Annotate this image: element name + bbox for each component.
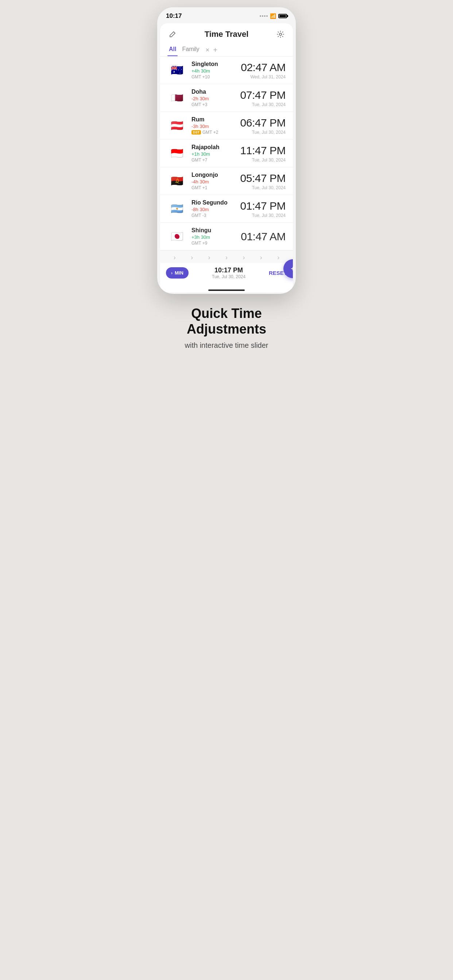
wifi-icon: 📶 [270,13,276,19]
city-row-rajapolah[interactable]: 🇮🇩Rajapolah+1h 30mGMT +711:47 PMTue, Jul… [160,140,293,167]
city-time-date-0: Wed, Jul 31, 2024 [241,75,286,80]
city-gmt-1: GMT +3 [191,102,235,107]
city-time-2: 06:47 PMTue, Jul 30, 2024 [240,117,286,135]
city-gmt-0: GMT +10 [191,75,236,80]
status-icons: 📶 [260,13,287,19]
slider-arrow-7[interactable]: › [277,254,279,261]
slider-arrow-2[interactable]: › [191,254,193,261]
tabs-bar: All Family ✕ + [160,42,293,57]
city-info-4: Longonjo-4h 30mGMT +1 [191,172,235,190]
current-time-main: 10:17 PM [212,267,246,274]
city-offset-2: -3h 30m [191,124,235,129]
city-name-0: Singleton [191,61,236,67]
status-bar: 10:17 📶 [157,7,296,22]
city-time-date-5: Tue, Jul 30, 2024 [240,213,286,218]
city-time-main-1: 07:47 PM [240,89,286,101]
bottom-text-section: Quick Time Adjustments with interactive … [151,294,302,357]
slider-arrow-6[interactable]: › [260,254,262,261]
min-button-label: MIN [175,270,183,275]
city-time-date-3: Tue, Jul 30, 2024 [240,158,286,162]
city-row-rum[interactable]: 🇦🇹Rum-3h 30mDSTGMT +206:47 PMTue, Jul 30… [160,112,293,140]
city-row-doha[interactable]: 🇶🇦Doha-2h 30mGMT +307:47 PMTue, Jul 30, … [160,84,293,112]
city-time-main-6: 01:47 AM [241,231,286,243]
tab-add-icon[interactable]: + [214,46,218,54]
time-slider-section: › › › › › › › › MIN 10:17 PM Tue, Jul 30… [160,250,293,286]
city-info-2: Rum-3h 30mDSTGMT +2 [191,116,235,135]
tab-family[interactable]: Family [180,44,201,56]
tab-all[interactable]: All [167,44,178,56]
city-info-5: Rio Segundo-8h 30mGMT -3 [191,199,235,218]
city-row-rio-segundo[interactable]: 🇦🇷Rio Segundo-8h 30mGMT -301:47 PMTue, J… [160,195,293,223]
city-flag-ar: 🇦🇷 [167,202,187,215]
city-time-1: 07:47 PMTue, Jul 30, 2024 [240,89,286,107]
city-time-6: 01:47 AM [241,231,286,243]
city-info-3: Rajapolah+1h 30mGMT +7 [191,144,235,162]
city-name-4: Longonjo [191,172,235,178]
dst-badge-2: DST [191,130,201,135]
city-offset-6: +3h 30m [191,234,236,240]
city-offset-1: -2h 30m [191,96,235,101]
city-row-singleton[interactable]: 🇦🇺Singleton+4h 30mGMT +1002:47 AMWed, Ju… [160,57,293,84]
slider-arrow-5[interactable]: › [242,254,245,261]
city-gmt-6: GMT +9 [191,240,236,246]
city-flag-ao: 🇦🇴 [167,175,187,188]
city-time-4: 05:47 PMTue, Jul 30, 2024 [240,172,286,190]
min-button[interactable]: › MIN [166,267,188,278]
city-time-date-2: Tue, Jul 30, 2024 [240,130,286,135]
city-info-6: Shingu+3h 30mGMT +9 [191,227,236,246]
city-time-main-4: 05:47 PM [240,172,286,185]
bottom-subtext: with interactive time slider [158,341,295,350]
city-flag-id: 🇮🇩 [167,147,187,160]
slider-arrows: › › › › › › › [160,250,293,263]
signal-dots-icon [260,15,268,17]
city-time-0: 02:47 AMWed, Jul 31, 2024 [241,61,286,80]
city-gmt-5: GMT -3 [191,213,235,218]
city-offset-5: -8h 30m [191,207,235,212]
city-time-main-2: 06:47 PM [240,117,286,129]
city-name-5: Rio Segundo [191,199,235,206]
city-time-5: 01:47 PMTue, Jul 30, 2024 [240,200,286,218]
city-row-shingu[interactable]: 🇯🇵Shingu+3h 30mGMT +901:47 AM [160,223,293,250]
city-time-main-0: 02:47 AM [241,61,286,74]
city-name-3: Rajapolah [191,144,235,151]
city-name-1: Doha [191,89,235,95]
city-time-main-3: 11:47 PM [240,145,286,157]
city-info-0: Singleton+4h 30mGMT +10 [191,61,236,80]
city-offset-4: -4h 30m [191,179,235,185]
city-flag-jp: 🇯🇵 [167,230,187,243]
app-title: Time Travel [205,30,249,39]
min-button-arrow-icon: › [171,270,172,275]
edit-icon[interactable] [167,29,178,40]
city-offset-3: +1h 30m [191,151,235,157]
city-gmt-4: GMT +1 [191,185,235,190]
city-flag-au: 🇦🇺 [167,64,187,77]
slider-arrow-3[interactable]: › [208,254,211,261]
city-info-1: Doha-2h 30mGMT +3 [191,89,235,107]
svg-point-0 [279,33,282,35]
city-list: 🇦🇺Singleton+4h 30mGMT +1002:47 AMWed, Ju… [160,57,293,250]
home-indicator [160,286,293,293]
slider-bottom-bar: › MIN 10:17 PM Tue, Jul 30, 2024 RESET [160,263,293,284]
city-name-6: Shingu [191,227,236,234]
city-flag-qa: 🇶🇦 [167,92,187,105]
city-row-longonjo[interactable]: 🇦🇴Longonjo-4h 30mGMT +105:47 PMTue, Jul … [160,167,293,195]
battery-icon [278,14,287,18]
slider-arrow-4[interactable]: › [225,254,228,261]
city-time-date-1: Tue, Jul 30, 2024 [240,102,286,107]
settings-icon[interactable] [275,29,286,40]
page-wrapper: 10:17 📶 [151,7,302,357]
city-time-main-5: 01:47 PM [240,200,286,212]
city-time-date-4: Tue, Jul 30, 2024 [240,185,286,190]
bottom-headline: Quick Time Adjustments [158,305,295,337]
city-time-3: 11:47 PMTue, Jul 30, 2024 [240,145,286,162]
app-content: Time Travel All Family ✕ + [160,23,293,293]
current-time-display: 10:17 PM Tue, Jul 30, 2024 [212,267,246,279]
city-name-2: Rum [191,116,235,123]
home-bar [208,290,245,291]
city-offset-0: +4h 30m [191,68,236,74]
tab-close-icon[interactable]: ✕ [205,47,210,53]
current-time-date: Tue, Jul 30, 2024 [212,274,246,279]
city-gmt-2: DSTGMT +2 [191,130,235,135]
slider-arrow-1[interactable]: › [174,254,176,261]
city-flag-at: 🇦🇹 [167,119,187,132]
